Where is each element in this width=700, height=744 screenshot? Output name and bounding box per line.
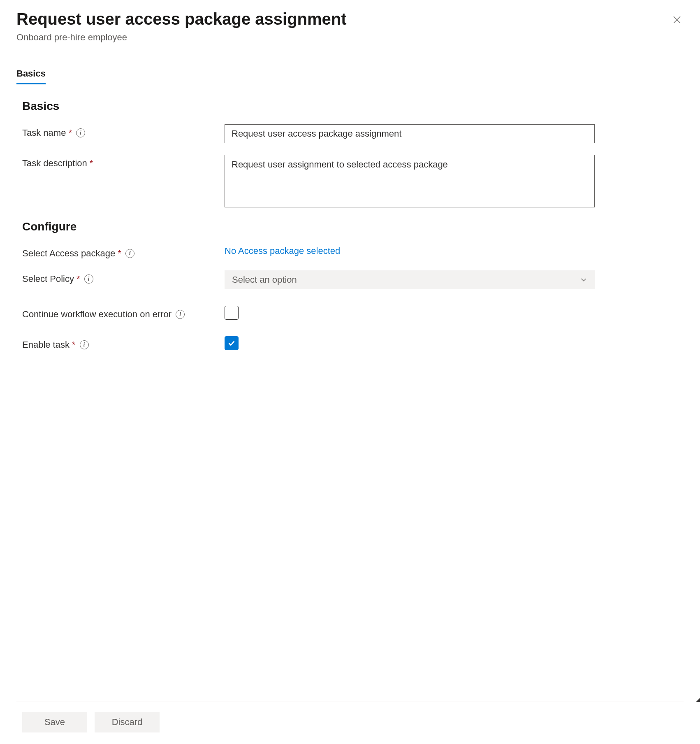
info-icon[interactable] (84, 274, 93, 284)
required-marker: * (118, 248, 121, 259)
blade-title: Request user access package assignment (16, 8, 684, 30)
info-icon[interactable] (125, 249, 134, 258)
input-col-access-package: No Access package selected (225, 245, 595, 256)
select-policy-dropdown[interactable]: Select an option (225, 270, 595, 289)
blade-header: Request user access package assignment O… (16, 8, 684, 48)
info-icon[interactable] (176, 310, 185, 319)
input-col-enable-task (225, 336, 595, 350)
scroll-indicator (696, 698, 700, 702)
label-text: Task name (22, 128, 66, 138)
required-marker: * (72, 339, 76, 350)
close-button[interactable] (670, 13, 684, 26)
tab-label: Basics (16, 68, 46, 79)
label-enable-task: Enable task * (22, 336, 225, 350)
label-text: Enable task (22, 339, 70, 350)
enable-task-checkbox[interactable] (225, 336, 239, 350)
tabs-row: Basics (16, 64, 684, 84)
blade-panel: Request user access package assignment O… (0, 0, 700, 744)
content-area: Basics Task name * Task description * Re… (16, 84, 684, 702)
row-select-policy: Select Policy * Select an option (22, 270, 684, 289)
label-text: Select Policy (22, 274, 74, 284)
select-access-package-link[interactable]: No Access package selected (225, 245, 340, 256)
section-basics-heading: Basics (22, 100, 684, 113)
blade-subtitle: Onboard pre-hire employee (16, 32, 684, 43)
input-col-task-name (225, 124, 595, 143)
row-enable-task: Enable task * (22, 336, 684, 350)
label-task-description: Task description * (22, 155, 225, 169)
label-text: Select Access package (22, 248, 115, 259)
close-icon (672, 15, 682, 25)
section-configure-heading: Configure (22, 220, 684, 233)
label-access-package: Select Access package * (22, 245, 225, 259)
label-continue-on-error: Continue workflow execution on error (22, 306, 225, 320)
task-description-input[interactable]: Request user assignment to selected acce… (225, 155, 595, 207)
label-select-policy: Select Policy * (22, 270, 225, 284)
input-col-select-policy: Select an option (225, 270, 595, 289)
tab-basics[interactable]: Basics (16, 64, 46, 84)
check-icon (227, 339, 236, 348)
required-marker: * (68, 128, 72, 138)
input-col-continue-on-error (225, 306, 595, 320)
label-text: Continue workflow execution on error (22, 309, 172, 320)
row-continue-on-error: Continue workflow execution on error (22, 306, 684, 320)
label-text: Task description (22, 158, 87, 169)
continue-on-error-checkbox[interactable] (225, 306, 239, 320)
input-col-task-description: Request user assignment to selected acce… (225, 155, 595, 209)
save-button[interactable]: Save (22, 712, 87, 732)
info-icon[interactable] (80, 340, 89, 349)
info-icon[interactable] (76, 128, 85, 137)
chevron-down-icon (580, 276, 587, 284)
label-task-name: Task name * (22, 124, 225, 138)
row-access-package: Select Access package * No Access packag… (22, 245, 684, 259)
row-task-name: Task name * (22, 124, 684, 143)
task-name-input[interactable] (225, 124, 595, 143)
required-marker: * (76, 274, 80, 284)
discard-button[interactable]: Discard (95, 712, 160, 732)
dropdown-placeholder: Select an option (232, 274, 297, 285)
footer-bar: Save Discard (16, 702, 684, 744)
row-task-description: Task description * Request user assignme… (22, 155, 684, 209)
required-marker: * (90, 158, 93, 169)
